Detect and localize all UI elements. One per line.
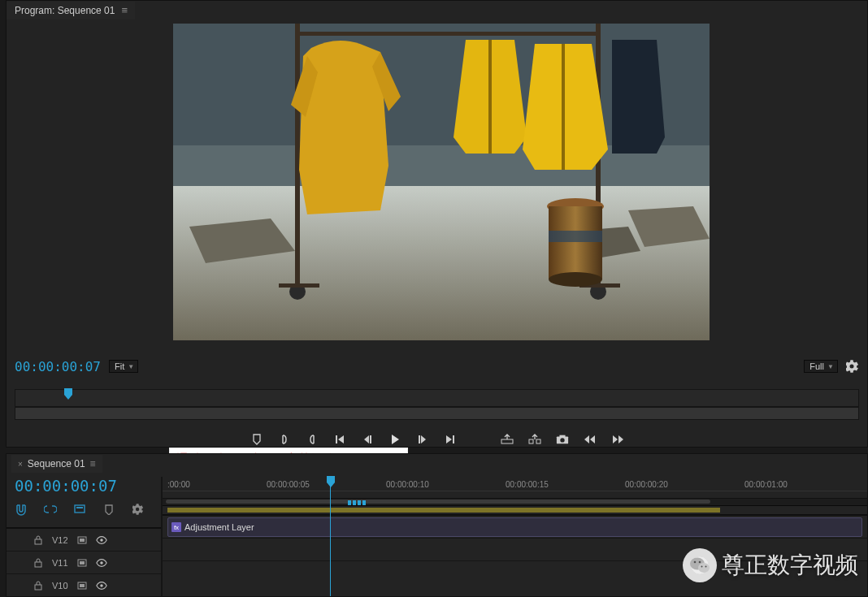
track-row-v10[interactable] bbox=[163, 560, 867, 583]
btn-next-edit[interactable] bbox=[611, 433, 624, 446]
step-back-button[interactable] bbox=[361, 433, 374, 446]
transport-controls bbox=[7, 430, 867, 449]
extract-button[interactable] bbox=[528, 433, 541, 446]
linked-selection-icon[interactable] bbox=[44, 503, 57, 516]
svg-rect-9 bbox=[295, 32, 601, 36]
svg-rect-53 bbox=[80, 561, 85, 565]
svg-marker-41 bbox=[590, 435, 595, 443]
eye-icon[interactable] bbox=[96, 534, 107, 546]
program-info-bar: 00:00:00:07 Fit Full bbox=[15, 358, 859, 374]
svg-point-39 bbox=[560, 438, 564, 442]
program-scrub-bar[interactable] bbox=[15, 407, 859, 420]
ruler-label: 00:00:01:00 bbox=[744, 480, 788, 489]
timeline-tab-bar: × Sequence 01 ≡ bbox=[7, 454, 867, 474]
svg-rect-31 bbox=[419, 435, 420, 443]
svg-marker-32 bbox=[446, 435, 452, 443]
in-out-marker[interactable] bbox=[348, 496, 372, 501]
timeline-timecode[interactable]: 00:00:00:07 bbox=[15, 477, 161, 495]
track-header-v12[interactable]: V12 bbox=[7, 527, 161, 551]
svg-marker-40 bbox=[584, 435, 589, 443]
timeline-playhead-line[interactable] bbox=[330, 477, 331, 596]
svg-rect-7 bbox=[295, 24, 300, 267]
ruler-label: 00:00:00:05 bbox=[267, 480, 310, 489]
track-header-v10[interactable]: V10 bbox=[7, 573, 161, 596]
sync-lock-icon[interactable] bbox=[76, 580, 88, 591]
fx-badge-icon: fx bbox=[171, 522, 181, 532]
sync-lock-icon[interactable] bbox=[76, 534, 88, 546]
program-time-ruler[interactable] bbox=[15, 389, 859, 407]
program-monitor-panel: Program: Sequence 01 ≡ bbox=[6, 0, 868, 448]
timeline-content-area[interactable]: :00:00 00:00:00:05 00:00:00:10 00:00:00:… bbox=[163, 477, 867, 596]
svg-rect-51 bbox=[35, 562, 41, 567]
close-icon[interactable]: × bbox=[18, 460, 23, 469]
panel-menu-icon[interactable]: ≡ bbox=[121, 4, 127, 16]
time-ruler[interactable]: :00:00 00:00:00:05 00:00:00:10 00:00:00:… bbox=[163, 477, 867, 499]
work-area-bar[interactable] bbox=[163, 506, 867, 514]
svg-rect-35 bbox=[529, 439, 533, 443]
program-playhead-icon[interactable] bbox=[63, 388, 74, 398]
timeline-tool-row bbox=[15, 503, 161, 516]
program-tab-label: Program: Sequence 01 bbox=[15, 5, 115, 16]
svg-rect-36 bbox=[536, 439, 540, 443]
clip-adjustment-layer[interactable]: fx Adjustment Layer bbox=[167, 517, 862, 537]
clip-label: Adjustment Layer bbox=[184, 522, 254, 532]
zoom-fit-dropdown[interactable]: Fit bbox=[109, 360, 138, 373]
lift-button[interactable] bbox=[501, 433, 514, 446]
mark-out-button[interactable] bbox=[306, 433, 319, 446]
track-row-v11[interactable] bbox=[163, 538, 867, 560]
svg-marker-29 bbox=[392, 435, 399, 444]
svg-rect-25 bbox=[336, 435, 337, 443]
eye-icon[interactable] bbox=[96, 557, 107, 569]
timeline-playhead-icon[interactable] bbox=[325, 476, 336, 487]
lock-icon[interactable] bbox=[33, 557, 44, 569]
btn-prev-edit[interactable] bbox=[584, 433, 597, 446]
tracks-area: fx Adjustment Layer bbox=[163, 514, 867, 583]
svg-point-50 bbox=[100, 539, 103, 542]
quality-dropdown[interactable]: Full bbox=[804, 360, 838, 373]
wrench-icon[interactable] bbox=[132, 503, 145, 516]
program-tab-bar: Program: Sequence 01 ≡ bbox=[7, 1, 867, 20]
export-frame-button[interactable] bbox=[556, 433, 569, 446]
svg-rect-3 bbox=[173, 186, 710, 340]
lock-icon[interactable] bbox=[33, 580, 44, 591]
timeline-settings-icon[interactable] bbox=[102, 503, 115, 516]
lock-icon[interactable] bbox=[33, 534, 44, 546]
ruler-label: 00:00:00:15 bbox=[506, 480, 549, 489]
track-row-v12[interactable]: fx Adjustment Layer bbox=[163, 514, 867, 538]
play-button[interactable] bbox=[388, 433, 401, 446]
eye-icon[interactable] bbox=[96, 580, 107, 591]
sync-lock-icon[interactable] bbox=[76, 557, 88, 569]
zoom-scroll-bar[interactable] bbox=[163, 499, 867, 506]
svg-rect-14 bbox=[279, 283, 319, 288]
program-timecode[interactable]: 00:00:00:07 bbox=[15, 359, 101, 374]
svg-marker-24 bbox=[64, 395, 72, 400]
svg-rect-16 bbox=[488, 40, 492, 154]
zoom-handle[interactable] bbox=[166, 500, 710, 504]
timeline-panel: × Sequence 01 ≡ 00:00:00:07 V12 V11 bbox=[6, 453, 868, 597]
go-to-in-button[interactable] bbox=[333, 433, 346, 446]
svg-rect-46 bbox=[76, 507, 83, 508]
timeline-tab[interactable]: × Sequence 01 ≡ bbox=[11, 455, 102, 473]
program-tab[interactable]: Program: Sequence 01 ≡ bbox=[7, 2, 135, 19]
snap-toggle-icon[interactable] bbox=[15, 503, 28, 516]
settings-wrench-icon[interactable] bbox=[846, 360, 859, 373]
timeline-tab-label: Sequence 01 bbox=[28, 458, 85, 469]
add-marker-button[interactable] bbox=[250, 433, 263, 446]
mark-in-button[interactable] bbox=[278, 433, 291, 446]
panel-menu-icon[interactable]: ≡ bbox=[90, 458, 96, 469]
track-header-v11[interactable]: V11 bbox=[7, 551, 161, 573]
svg-rect-23 bbox=[64, 388, 72, 395]
program-monitor-viewport[interactable] bbox=[173, 24, 710, 340]
track-label: V10 bbox=[52, 581, 68, 591]
svg-rect-28 bbox=[370, 435, 371, 443]
marker-tool-icon[interactable] bbox=[73, 503, 86, 516]
svg-rect-17 bbox=[562, 44, 565, 170]
svg-point-54 bbox=[100, 561, 103, 565]
svg-rect-59 bbox=[327, 476, 335, 482]
go-to-out-button[interactable] bbox=[444, 433, 457, 446]
ruler-label: 00:00:00:20 bbox=[625, 480, 668, 489]
svg-point-58 bbox=[100, 584, 103, 587]
timeline-header: 00:00:00:07 bbox=[15, 477, 161, 516]
ruler-label: 00:00:00:10 bbox=[386, 480, 429, 489]
step-forward-button[interactable] bbox=[416, 433, 429, 446]
